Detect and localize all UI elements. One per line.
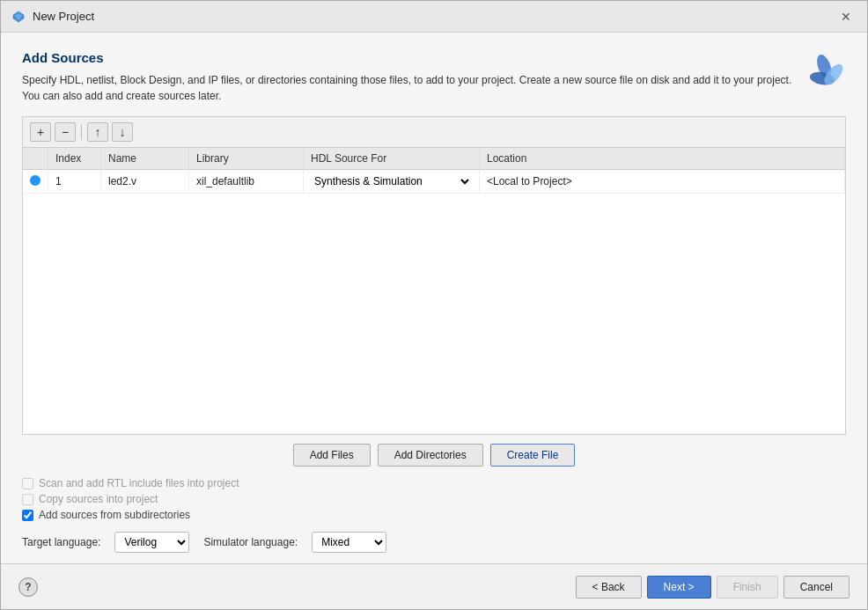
row-hdl-source[interactable]: Synthesis & Simulation Synthesis Only Si… [304, 170, 480, 194]
col-location: Location [480, 148, 845, 170]
sources-table: Index Name Library HDL Source For Locati… [23, 148, 845, 194]
target-lang-select[interactable]: Verilog VHDL [114, 532, 189, 553]
add-subdirs-label: Add sources from subdirectories [39, 509, 190, 521]
status-dot-icon [30, 175, 40, 186]
language-row: Target language: Verilog VHDL Simulator … [22, 532, 846, 553]
scan-rtl-row: Scan and add RTL include files into proj… [22, 477, 846, 489]
sources-table-container: Index Name Library HDL Source For Locati… [22, 147, 846, 435]
close-button[interactable]: ✕ [835, 8, 857, 26]
table-header: Index Name Library HDL Source For Locati… [23, 148, 845, 170]
table-row[interactable]: 1 led2.v xil_defaultlib Synthesis & Simu… [23, 170, 845, 194]
col-library: Library [189, 148, 304, 170]
remove-icon: − [62, 125, 69, 139]
window-title: New Project [33, 10, 94, 23]
row-index: 1 [48, 170, 101, 194]
finish-button[interactable]: Finish [717, 576, 778, 599]
add-files-button[interactable]: Add Files [293, 444, 371, 467]
help-button[interactable]: ? [18, 577, 38, 597]
title-bar: New Project ✕ [1, 1, 867, 33]
bottom-bar: ? < Back Next > Finish Cancel [1, 563, 867, 609]
create-file-button[interactable]: Create File [490, 444, 576, 467]
hdl-source-select[interactable]: Synthesis & Simulation Synthesis Only Si… [311, 174, 472, 188]
add-source-button[interactable]: + [30, 122, 51, 142]
target-lang-label: Target language: [22, 536, 100, 548]
simulator-lang-label: Simulator language: [203, 536, 298, 548]
back-button[interactable]: < Back [576, 576, 642, 599]
options-checkboxes: Scan and add RTL include files into proj… [22, 477, 846, 521]
copy-sources-label: Copy sources into project [39, 493, 158, 505]
toolbar-separator [81, 124, 82, 140]
content-area: Add Sources Specify HDL, netlist, Block … [1, 33, 867, 563]
row-library: xil_defaultlib [189, 170, 304, 194]
bottom-right: < Back Next > Finish Cancel [576, 576, 850, 599]
add-directories-button[interactable]: Add Directories [378, 444, 483, 467]
section-title: Add Sources [22, 50, 797, 65]
main-window: New Project ✕ Add Sources Specify HDL, n… [0, 0, 868, 610]
remove-source-button[interactable]: − [55, 122, 76, 142]
row-location: <Local to Project> [480, 170, 845, 194]
file-toolbar: + − ↑ ↓ [22, 116, 846, 147]
copy-sources-row: Copy sources into project [22, 493, 846, 505]
description: Specify HDL, netlist, Block Design, and … [22, 72, 797, 104]
vivado-logo [807, 54, 846, 95]
add-subdirs-checkbox[interactable] [22, 510, 33, 521]
up-icon: ↑ [95, 125, 101, 139]
title-bar-left: New Project [11, 10, 94, 24]
add-icon: + [37, 125, 44, 139]
action-buttons: Add Files Add Directories Create File [22, 444, 846, 467]
row-status-cell [23, 170, 48, 194]
col-name: Name [101, 148, 189, 170]
cancel-button[interactable]: Cancel [783, 576, 850, 599]
col-index: Index [48, 148, 101, 170]
copy-sources-checkbox[interactable] [22, 494, 33, 505]
down-icon: ↓ [120, 125, 126, 139]
col-hdl-source: HDL Source For [304, 148, 480, 170]
simulator-lang-select[interactable]: Mixed Verilog VHDL [312, 532, 386, 553]
row-name: led2.v [101, 170, 189, 194]
col-status [23, 148, 48, 170]
add-subdirs-row: Add sources from subdirectories [22, 509, 846, 521]
vivado-icon [11, 10, 26, 24]
description-line2: You can also add and create sources late… [22, 90, 221, 102]
scan-rtl-checkbox[interactable] [22, 478, 33, 489]
scan-rtl-label: Scan and add RTL include files into proj… [39, 477, 239, 489]
header-area: Add Sources Specify HDL, netlist, Block … [22, 50, 846, 116]
vivado-logo-svg [807, 54, 846, 92]
bottom-left: ? [18, 577, 38, 597]
move-down-button[interactable]: ↓ [112, 122, 133, 142]
header-content: Add Sources Specify HDL, netlist, Block … [22, 50, 797, 116]
next-button[interactable]: Next > [647, 576, 711, 599]
move-up-button[interactable]: ↑ [87, 122, 108, 142]
description-line1: Specify HDL, netlist, Block Design, and … [22, 74, 791, 86]
table-body: 1 led2.v xil_defaultlib Synthesis & Simu… [23, 170, 845, 194]
